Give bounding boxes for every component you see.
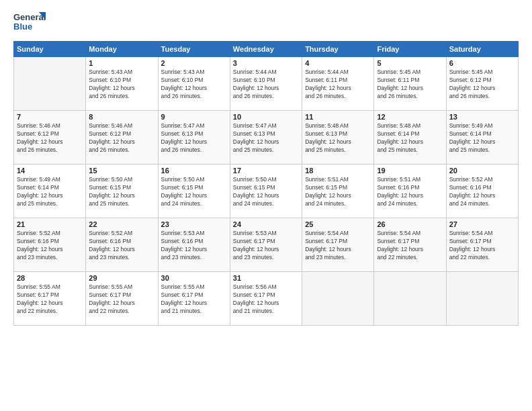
day-info: Sunrise: 5:47 AMSunset: 6:13 PMDaylight:… <box>233 122 299 154</box>
day-info: Sunrise: 5:54 AMSunset: 6:17 PMDaylight:… <box>305 230 371 262</box>
sunset-text: Sunset: 6:16 PM <box>89 238 131 244</box>
day-number: 7 <box>17 113 83 121</box>
sunset-text: Sunset: 6:12 PM <box>449 77 492 83</box>
sunrise-text: Sunrise: 5:44 AM <box>305 68 349 75</box>
sunset-text: Sunset: 6:10 PM <box>233 77 275 83</box>
day-info: Sunrise: 5:45 AMSunset: 6:12 PMDaylight:… <box>449 68 515 101</box>
sunset-text: Sunset: 6:12 PM <box>89 130 131 137</box>
day-number: 2 <box>161 59 227 67</box>
sunset-text: Sunset: 6:14 PM <box>377 130 419 137</box>
sunrise-text: Sunrise: 5:51 AM <box>377 176 420 183</box>
calendar-cell: 27Sunrise: 5:54 AMSunset: 6:17 PMDayligh… <box>446 218 518 272</box>
day-number: 26 <box>377 220 443 228</box>
calendar-cell: 16Sunrise: 5:50 AMSunset: 6:15 PMDayligh… <box>158 165 230 218</box>
sunrise-text: Sunrise: 5:51 AM <box>305 176 349 183</box>
calendar-cell: 19Sunrise: 5:51 AMSunset: 6:16 PMDayligh… <box>374 165 446 218</box>
daylight-text: Daylight: 12 hoursand 26 minutes. <box>17 138 63 153</box>
daylight-text: Daylight: 12 hoursand 26 minutes. <box>89 138 135 153</box>
daylight-text: Daylight: 12 hoursand 22 minutes. <box>17 300 63 314</box>
day-info: Sunrise: 5:50 AMSunset: 6:15 PMDaylight:… <box>89 176 154 208</box>
sunrise-text: Sunrise: 5:55 AM <box>89 283 132 290</box>
sunrise-text: Sunrise: 5:45 AM <box>449 68 493 75</box>
calendar-cell: 8Sunrise: 5:46 AMSunset: 6:12 PMDaylight… <box>86 111 158 165</box>
day-info: Sunrise: 5:43 AMSunset: 6:10 PMDaylight:… <box>161 68 227 101</box>
daylight-text: Daylight: 12 hoursand 25 minutes. <box>449 138 496 153</box>
calendar-cell: 18Sunrise: 5:51 AMSunset: 6:15 PMDayligh… <box>302 165 374 218</box>
calendar-cell: 14Sunrise: 5:49 AMSunset: 6:14 PMDayligh… <box>14 165 86 218</box>
sunset-text: Sunset: 6:16 PM <box>17 238 59 244</box>
header: GeneralBlue <box>13 11 519 34</box>
calendar-cell: 21Sunrise: 5:52 AMSunset: 6:16 PMDayligh… <box>14 218 86 272</box>
sunrise-text: Sunrise: 5:45 AM <box>377 68 420 75</box>
calendar-cell: 28Sunrise: 5:55 AMSunset: 6:17 PMDayligh… <box>14 272 86 326</box>
day-info: Sunrise: 5:53 AMSunset: 6:16 PMDaylight:… <box>161 230 227 262</box>
sunrise-text: Sunrise: 5:46 AM <box>17 122 60 129</box>
sunrise-text: Sunrise: 5:53 AM <box>233 230 277 236</box>
sunset-text: Sunset: 6:17 PM <box>377 238 419 244</box>
day-number: 20 <box>449 167 515 175</box>
calendar-page: GeneralBlue SundayMondayTuesdayWednesday… <box>0 0 532 411</box>
sunrise-text: Sunrise: 5:54 AM <box>377 230 420 236</box>
calendar-cell: 22Sunrise: 5:52 AMSunset: 6:16 PMDayligh… <box>86 218 158 272</box>
sunrise-text: Sunrise: 5:49 AM <box>17 176 60 183</box>
day-number: 10 <box>233 113 299 121</box>
day-number: 19 <box>377 167 443 175</box>
sunset-text: Sunset: 6:10 PM <box>161 77 204 83</box>
daylight-text: Daylight: 12 hoursand 24 minutes. <box>449 192 496 207</box>
calendar-cell: 26Sunrise: 5:54 AMSunset: 6:17 PMDayligh… <box>374 218 446 272</box>
day-number: 8 <box>89 113 154 121</box>
sunset-text: Sunset: 6:13 PM <box>305 130 347 137</box>
day-info: Sunrise: 5:54 AMSunset: 6:17 PMDaylight:… <box>449 230 515 262</box>
daylight-text: Daylight: 12 hoursand 23 minutes. <box>233 246 279 261</box>
calendar-cell: 24Sunrise: 5:53 AMSunset: 6:17 PMDayligh… <box>230 218 302 272</box>
day-info: Sunrise: 5:48 AMSunset: 6:14 PMDaylight:… <box>377 122 443 154</box>
calendar-cell: 3Sunrise: 5:44 AMSunset: 6:10 PMDaylight… <box>230 57 302 111</box>
sunrise-text: Sunrise: 5:52 AM <box>17 230 60 236</box>
daylight-text: Daylight: 12 hoursand 26 minutes. <box>161 138 208 153</box>
day-number: 31 <box>233 274 299 282</box>
day-number: 18 <box>305 167 371 175</box>
calendar-cell: 7Sunrise: 5:46 AMSunset: 6:12 PMDaylight… <box>14 111 86 165</box>
day-info: Sunrise: 5:52 AMSunset: 6:16 PMDaylight:… <box>17 230 83 262</box>
day-number: 11 <box>305 113 371 121</box>
day-number: 13 <box>449 113 515 121</box>
sunset-text: Sunset: 6:15 PM <box>89 184 131 191</box>
calendar-cell: 2Sunrise: 5:43 AMSunset: 6:10 PMDaylight… <box>158 57 230 111</box>
sunset-text: Sunset: 6:16 PM <box>449 184 492 191</box>
sunrise-text: Sunrise: 5:52 AM <box>449 176 493 183</box>
daylight-text: Daylight: 12 hoursand 24 minutes. <box>305 192 351 207</box>
sunset-text: Sunset: 6:17 PM <box>233 291 275 298</box>
day-number: 15 <box>89 167 154 175</box>
sunrise-text: Sunrise: 5:47 AM <box>161 122 205 129</box>
day-info: Sunrise: 5:54 AMSunset: 6:17 PMDaylight:… <box>377 230 443 262</box>
day-number: 5 <box>377 59 443 67</box>
calendar-cell <box>14 57 86 111</box>
sunrise-text: Sunrise: 5:53 AM <box>161 230 205 236</box>
sunset-text: Sunset: 6:13 PM <box>233 130 275 137</box>
calendar-cell: 1Sunrise: 5:43 AMSunset: 6:10 PMDaylight… <box>86 57 158 111</box>
daylight-text: Daylight: 12 hoursand 21 minutes. <box>233 300 279 314</box>
sunrise-text: Sunrise: 5:43 AM <box>89 68 132 75</box>
sunrise-text: Sunrise: 5:50 AM <box>233 176 277 183</box>
calendar-cell <box>374 272 446 326</box>
day-info: Sunrise: 5:51 AMSunset: 6:15 PMDaylight:… <box>305 176 371 208</box>
weekday-header-saturday: Saturday <box>446 42 518 57</box>
day-info: Sunrise: 5:48 AMSunset: 6:13 PMDaylight:… <box>305 122 371 154</box>
sunset-text: Sunset: 6:13 PM <box>161 130 204 137</box>
day-info: Sunrise: 5:55 AMSunset: 6:17 PMDaylight:… <box>17 283 83 316</box>
sunset-text: Sunset: 6:10 PM <box>89 77 131 83</box>
day-info: Sunrise: 5:56 AMSunset: 6:17 PMDaylight:… <box>233 283 299 316</box>
daylight-text: Daylight: 12 hoursand 26 minutes. <box>377 85 423 99</box>
sunset-text: Sunset: 6:15 PM <box>161 184 204 191</box>
daylight-text: Daylight: 12 hoursand 24 minutes. <box>233 192 279 207</box>
sunrise-text: Sunrise: 5:44 AM <box>233 68 277 75</box>
day-info: Sunrise: 5:44 AMSunset: 6:11 PMDaylight:… <box>305 68 371 101</box>
day-info: Sunrise: 5:44 AMSunset: 6:10 PMDaylight:… <box>233 68 299 101</box>
daylight-text: Daylight: 12 hoursand 22 minutes. <box>377 246 423 261</box>
daylight-text: Daylight: 12 hoursand 26 minutes. <box>233 85 279 99</box>
calendar-cell: 11Sunrise: 5:48 AMSunset: 6:13 PMDayligh… <box>302 111 374 165</box>
logo-svg: GeneralBlue <box>13 11 47 34</box>
day-number: 17 <box>233 167 299 175</box>
daylight-text: Daylight: 12 hoursand 22 minutes. <box>89 300 135 314</box>
sunrise-text: Sunrise: 5:55 AM <box>17 283 60 290</box>
